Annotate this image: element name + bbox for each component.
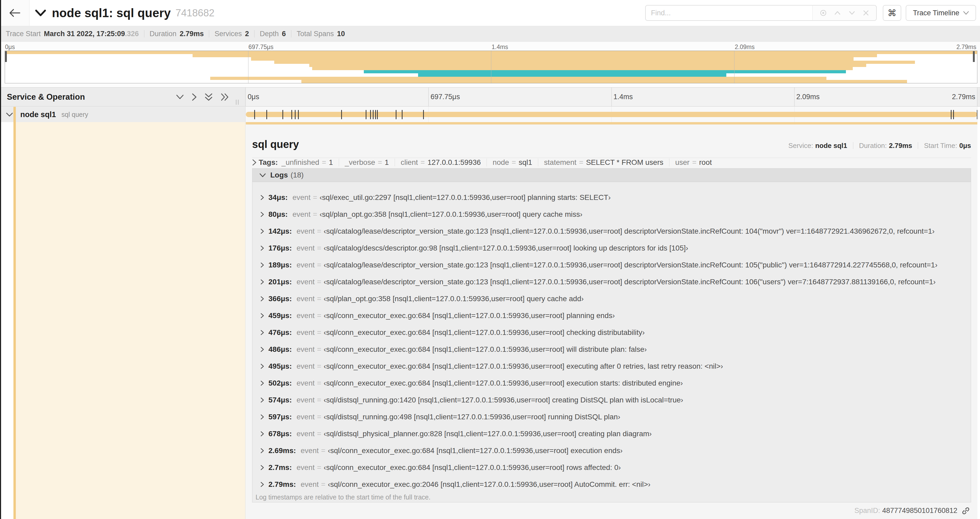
duration-label: Duration bbox=[150, 30, 177, 38]
ruler-tick-label: 697.75μs bbox=[431, 93, 460, 101]
log-row[interactable]: 574μs:event=‹sql/distsql_running.go:1420… bbox=[252, 391, 971, 409]
log-row[interactable]: 189μs:event=‹sql/catalog/lease/descripto… bbox=[252, 257, 971, 273]
viewport-right-handle[interactable] bbox=[973, 51, 975, 62]
log-field-value: ‹sql/distsql_running.go:1420 [nsql1,clie… bbox=[324, 396, 683, 404]
log-row[interactable]: 176μs:event=‹sql/catalog/descs/descripto… bbox=[252, 240, 971, 257]
span-collapse-chevron[interactable] bbox=[6, 112, 13, 117]
log-row[interactable]: 495μs:event=‹sql/conn_executor_exec.go:6… bbox=[252, 358, 971, 375]
prev-result-icon[interactable] bbox=[834, 9, 842, 17]
span-duration-bar[interactable] bbox=[246, 112, 977, 117]
detail-top-accent bbox=[246, 122, 977, 125]
chevron-right-icon bbox=[260, 448, 264, 454]
log-marker[interactable] bbox=[373, 110, 374, 119]
log-marker[interactable] bbox=[423, 110, 424, 119]
log-marker[interactable] bbox=[341, 110, 342, 119]
chevron-right-icon bbox=[260, 380, 264, 386]
collapse-one-icon[interactable] bbox=[176, 94, 184, 99]
collapse-all-icon[interactable] bbox=[205, 93, 213, 101]
span-name-cell[interactable]: node sql1 sql query bbox=[0, 107, 245, 122]
log-field-value: ‹sql/catalog/lease/descriptor_version_st… bbox=[324, 227, 935, 235]
tag-item[interactable]: user=root bbox=[675, 158, 712, 167]
log-row[interactable]: 2.69ms:event=‹sql/conn_executor_exec.go:… bbox=[252, 442, 971, 459]
logs-header[interactable]: Logs (18) bbox=[252, 169, 971, 182]
chevron-right-icon bbox=[260, 330, 264, 335]
log-marker[interactable] bbox=[953, 110, 954, 119]
expand-all-icon[interactable] bbox=[221, 93, 229, 101]
chevron-right-icon bbox=[260, 296, 264, 302]
log-row[interactable]: 80μs:event=‹sql/plan_opt.go:358 [nsql1,c… bbox=[252, 206, 971, 223]
log-marker[interactable] bbox=[266, 110, 267, 119]
trace-view-selector[interactable]: Trace Timeline bbox=[906, 5, 976, 21]
deep-link-icon[interactable] bbox=[962, 506, 970, 515]
log-row[interactable]: 502μs:event=‹sql/conn_executor_exec.go:6… bbox=[252, 375, 971, 391]
log-timestamp: 80μs: bbox=[269, 210, 288, 219]
log-row[interactable]: 486μs:event=‹sql/conn_executor_exec.go:6… bbox=[252, 341, 971, 358]
log-row[interactable]: 678μs:event=‹sql/distsql_physical_planne… bbox=[252, 425, 971, 442]
trace-minimap: 0μs697.75μs1.4ms2.09ms2.79ms bbox=[0, 42, 980, 87]
log-field-value: ‹sql/catalog/descs/descriptor.go:98 [nsq… bbox=[324, 244, 688, 252]
focus-icon[interactable] bbox=[819, 9, 827, 17]
log-row[interactable]: 2.7ms:event=‹sql/conn_executor_exec.go:6… bbox=[252, 459, 971, 476]
log-row[interactable]: 142μs:event=‹sql/catalog/lease/descripto… bbox=[252, 223, 971, 240]
tag-item[interactable]: _unfinished=1 bbox=[282, 158, 333, 167]
ruler-tick-label: 2.09ms bbox=[796, 93, 820, 101]
log-row[interactable]: 2.79ms:event=‹sql/conn_executor_exec.go:… bbox=[252, 476, 971, 493]
back-button[interactable] bbox=[0, 0, 30, 26]
logs-accordion: Logs (18) 34μs:event=‹sql/exec_util.go:2… bbox=[252, 168, 971, 502]
log-row[interactable]: 366μs:event=‹sql/plan_opt.go:358 [nsql1,… bbox=[252, 291, 971, 307]
log-row[interactable]: 459μs:event=‹sql/conn_executor_exec.go:6… bbox=[252, 307, 971, 324]
clear-find-icon[interactable] bbox=[862, 9, 870, 17]
meta-label: Duration: bbox=[859, 140, 887, 151]
log-row[interactable]: 201μs:event=‹sql/catalog/lease/descripto… bbox=[252, 273, 971, 291]
log-marker[interactable] bbox=[977, 110, 977, 119]
log-marker[interactable] bbox=[375, 110, 376, 119]
service-operation-column-header: Service & Operation bbox=[0, 88, 245, 106]
log-marker[interactable] bbox=[370, 110, 371, 119]
minimap-canvas[interactable] bbox=[5, 51, 977, 83]
detail-accent-stripe[interactable] bbox=[13, 122, 16, 519]
minimap-gridline bbox=[734, 51, 735, 83]
duration-value: 2.79ms bbox=[180, 30, 204, 38]
expand-one-icon[interactable] bbox=[192, 93, 197, 101]
viewport-left-handle[interactable] bbox=[5, 51, 7, 62]
log-marker[interactable] bbox=[282, 110, 283, 119]
log-marker[interactable] bbox=[291, 110, 292, 119]
log-marker[interactable] bbox=[298, 110, 299, 119]
minimap-tick-label: 2.09ms bbox=[735, 43, 754, 51]
tag-item[interactable]: _verbose=1 bbox=[345, 158, 389, 167]
keyboard-shortcuts-button[interactable]: ⌘ bbox=[883, 5, 901, 21]
trace-start-millis: .326 bbox=[125, 30, 139, 38]
log-marker[interactable] bbox=[295, 110, 296, 119]
log-marker[interactable] bbox=[366, 110, 366, 119]
span-detail-title: sql query bbox=[252, 139, 299, 150]
next-result-icon[interactable] bbox=[848, 9, 856, 17]
log-marker[interactable] bbox=[377, 110, 378, 119]
column-resizer[interactable] bbox=[236, 100, 240, 105]
log-row[interactable]: 476μs:event=‹sql/conn_executor_exec.go:6… bbox=[252, 324, 971, 341]
logs-footnote: Log timestamps are relative to the start… bbox=[252, 493, 971, 502]
tag-item[interactable]: statement=SELECT * FROM users bbox=[544, 158, 663, 167]
minimap-span-bar bbox=[192, 54, 877, 57]
depth-value: 6 bbox=[282, 30, 286, 38]
log-marker[interactable] bbox=[951, 110, 951, 119]
timeline-ruler: 0μs697.75μs1.4ms2.09ms2.79ms bbox=[246, 88, 977, 106]
log-field-key: event bbox=[297, 379, 315, 387]
find-input[interactable] bbox=[645, 5, 813, 21]
log-marker[interactable] bbox=[402, 110, 402, 119]
log-marker[interactable] bbox=[396, 110, 396, 119]
tag-item[interactable]: client=127.0.0.1:59936 bbox=[401, 158, 481, 167]
log-timestamp: 176μs: bbox=[269, 244, 292, 252]
tag-item[interactable]: node=sql1 bbox=[493, 158, 532, 167]
log-row[interactable]: 597μs:event=‹sql/distsql_running.go:498 … bbox=[252, 409, 971, 425]
log-row[interactable]: 34μs:event=‹sql/exec_util.go:2297 [nsql1… bbox=[252, 189, 971, 206]
log-field-key: event bbox=[301, 480, 319, 489]
minimap-gridline bbox=[248, 51, 248, 83]
ruler-tick-label: 0μs bbox=[248, 93, 259, 101]
span-bar-track[interactable] bbox=[246, 107, 977, 122]
tags-accordion[interactable]: Tags: _unfinished=1_verbose=1client=127.… bbox=[252, 158, 971, 167]
span-row[interactable]: node sql1 sql query bbox=[0, 107, 980, 122]
trace-collapse-toggle[interactable] bbox=[35, 9, 46, 17]
log-timestamp: 142μs: bbox=[269, 227, 292, 235]
chevron-right-icon bbox=[260, 363, 264, 369]
log-marker[interactable] bbox=[254, 110, 255, 119]
